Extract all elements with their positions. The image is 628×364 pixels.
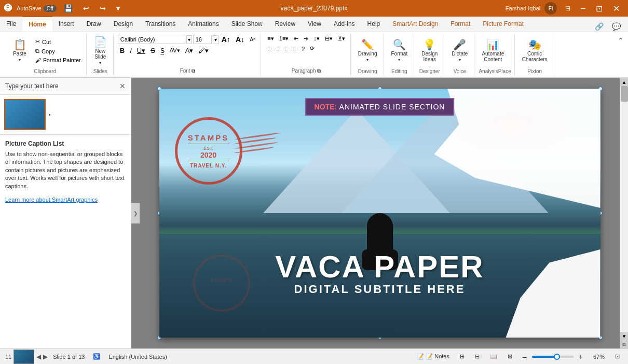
zoom-fit-button[interactable]: ⊡ bbox=[612, 352, 623, 361]
new-slide-icon: 📄 bbox=[94, 37, 107, 47]
font-color-button[interactable]: A▾ bbox=[183, 46, 196, 55]
tab-add-ins[interactable]: Add-ins bbox=[327, 16, 361, 32]
highlight-button[interactable]: 🖊▾ bbox=[196, 46, 211, 55]
zoom-out-button[interactable]: – bbox=[520, 352, 530, 362]
save-button[interactable]: 💾 bbox=[61, 3, 76, 13]
align-center-button[interactable]: ≡ bbox=[274, 45, 281, 53]
slide-thumbnail[interactable] bbox=[4, 99, 46, 130]
cut-button[interactable]: ✂ Cut bbox=[33, 37, 83, 46]
tab-draw[interactable]: Draw bbox=[80, 16, 107, 32]
view-presenter-button[interactable]: ⊠ bbox=[504, 352, 515, 361]
font-name-dropdown[interactable]: ▾ bbox=[186, 35, 192, 44]
tab-help[interactable]: Help bbox=[361, 16, 387, 32]
slide-nav-prev[interactable]: ◀ bbox=[36, 353, 41, 360]
tab-transitions[interactable]: Transitions bbox=[139, 16, 182, 32]
comic-characters-button[interactable]: 🎭 Comic Characters bbox=[519, 37, 551, 64]
slide-nav-thumbnail[interactable] bbox=[13, 349, 34, 364]
copy-button[interactable]: ⧉ Copy bbox=[33, 47, 83, 55]
drawing-content: ✏️ Drawing ▾ bbox=[355, 34, 380, 67]
zoom-fit-bottom[interactable]: ⊡ bbox=[620, 340, 629, 348]
line-spacing-button[interactable]: ↕▾ bbox=[311, 34, 322, 43]
ribbon-toggle-button[interactable]: ⊟ bbox=[561, 3, 575, 15]
zoom-handle[interactable] bbox=[554, 354, 560, 360]
text-direction-button[interactable]: ⊻▾ bbox=[336, 34, 347, 43]
new-slide-button[interactable]: 📄 New Slide ▾ bbox=[91, 35, 110, 67]
close-button[interactable]: ✕ bbox=[609, 3, 624, 15]
decrease-font-button[interactable]: A↓ bbox=[234, 34, 247, 45]
tab-view[interactable]: View bbox=[302, 16, 327, 32]
view-normal-button[interactable]: ⊞ bbox=[457, 352, 468, 361]
maximize-button[interactable]: ⊡ bbox=[592, 3, 607, 15]
bottom-slide-nav: 11 ◀ ▶ bbox=[5, 349, 48, 364]
font-name-input[interactable] bbox=[118, 35, 185, 44]
minimize-button[interactable]: – bbox=[577, 3, 590, 15]
zoom-level-button[interactable]: 67% bbox=[590, 353, 608, 361]
paste-button[interactable]: 📋 Paste ▾ bbox=[7, 38, 32, 63]
indent-decrease-button[interactable]: ⇤ bbox=[292, 34, 301, 43]
tab-insert[interactable]: Insert bbox=[52, 16, 80, 32]
smartart-title: Picture Caption List bbox=[5, 140, 126, 147]
design-ideas-button[interactable]: 💡 Design Ideas bbox=[418, 37, 441, 64]
clipboard-small-buttons: ✂ Cut ⧉ Copy 🖌 Format Painter bbox=[33, 37, 83, 64]
strikethrough-button[interactable]: S bbox=[148, 46, 157, 55]
format-painter-button[interactable]: 🖌 Format Painter bbox=[33, 56, 83, 64]
tab-file[interactable]: File bbox=[0, 16, 22, 32]
bullet-point[interactable]: • bbox=[49, 110, 51, 120]
clear-format-button[interactable]: Aᵃ bbox=[248, 35, 257, 44]
tab-home[interactable]: Home bbox=[22, 16, 52, 32]
quick-access-more[interactable]: ▾ bbox=[113, 3, 123, 13]
increase-font-button[interactable]: A↑ bbox=[220, 34, 233, 45]
numbering-button[interactable]: 1≡▾ bbox=[277, 34, 291, 43]
slide-canvas[interactable]: STAMPS EST. 2020 TRAVEL N.Y. STAMPS bbox=[159, 89, 600, 338]
bold-button[interactable]: B bbox=[118, 46, 127, 55]
paragraph-dialog-button[interactable]: ⧉ bbox=[317, 68, 321, 74]
redo-button[interactable]: ↪ bbox=[97, 3, 109, 13]
font-size-dropdown[interactable]: ▾ bbox=[213, 35, 219, 44]
left-panel-close-button[interactable]: ✕ bbox=[119, 82, 126, 90]
editing-button[interactable]: 🔍 Format ▾ bbox=[388, 37, 411, 64]
smartart-learn-more-link[interactable]: Learn more about SmartArt graphics bbox=[5, 197, 98, 203]
underline-button[interactable]: U▾ bbox=[135, 46, 147, 55]
align-right-button[interactable]: ≡ bbox=[282, 45, 290, 53]
convert-button[interactable]: ⟳ bbox=[308, 44, 317, 53]
tab-animations[interactable]: Animations bbox=[182, 16, 225, 32]
user-avatar[interactable]: FI bbox=[544, 2, 557, 15]
automate-content-button[interactable]: 📊 Automate Content bbox=[479, 37, 507, 64]
smart-lookup-button[interactable]: ? bbox=[299, 45, 307, 53]
slide-nav-next[interactable]: ▶ bbox=[43, 353, 48, 360]
tab-smartart-design[interactable]: SmartArt Design bbox=[386, 16, 444, 32]
shadow-button[interactable]: S̲ bbox=[158, 46, 167, 55]
scrollbar-thumb[interactable] bbox=[621, 86, 628, 102]
font-size-input[interactable] bbox=[193, 35, 212, 44]
view-reading-button[interactable]: 📖 bbox=[487, 352, 500, 361]
accessibility-button[interactable]: ♿ bbox=[90, 352, 103, 361]
panel-collapse-button[interactable]: ❯ bbox=[131, 203, 140, 223]
share-button[interactable]: 🔗 bbox=[592, 21, 607, 32]
scroll-up-button[interactable]: ▲ bbox=[620, 78, 629, 86]
tab-slide-show[interactable]: Slide Show bbox=[225, 16, 269, 32]
tab-review[interactable]: Review bbox=[269, 16, 302, 32]
autosave-control[interactable]: AutoSave Off bbox=[17, 5, 57, 12]
undo-button[interactable]: ↩ bbox=[80, 3, 92, 13]
comments-button[interactable]: 💬 bbox=[609, 21, 624, 32]
dictate-button[interactable]: 🎤 Dictate ▾ bbox=[448, 37, 471, 64]
ribbon-collapse-button[interactable]: ⌃ bbox=[618, 36, 624, 45]
justify-button[interactable]: ≡ bbox=[291, 45, 298, 53]
columns-button[interactable]: ⊟▾ bbox=[323, 34, 335, 43]
tab-picture-format[interactable]: Picture Format bbox=[476, 16, 530, 32]
char-spacing-button[interactable]: AV▾ bbox=[168, 46, 182, 55]
autosave-toggle[interactable]: Off bbox=[44, 5, 57, 12]
tab-format[interactable]: Format bbox=[444, 16, 476, 32]
drawing-button[interactable]: ✏️ Drawing ▾ bbox=[355, 37, 380, 64]
align-left-button[interactable]: ≡ bbox=[265, 45, 272, 53]
indent-increase-button[interactable]: ⇥ bbox=[302, 34, 310, 43]
view-slide-sorter-button[interactable]: ⊟ bbox=[472, 352, 483, 361]
notes-button[interactable]: 📝 📝 Notes bbox=[414, 352, 453, 361]
note-label-text: NOTE: bbox=[315, 103, 337, 111]
scroll-down-button[interactable]: ▼ bbox=[620, 332, 629, 340]
font-dialog-button[interactable]: ⧉ bbox=[192, 68, 195, 74]
italic-button[interactable]: I bbox=[128, 46, 134, 55]
bullets-button[interactable]: ≡▾ bbox=[265, 34, 276, 43]
tab-design[interactable]: Design bbox=[107, 16, 139, 32]
zoom-in-button[interactable]: + bbox=[576, 352, 586, 362]
